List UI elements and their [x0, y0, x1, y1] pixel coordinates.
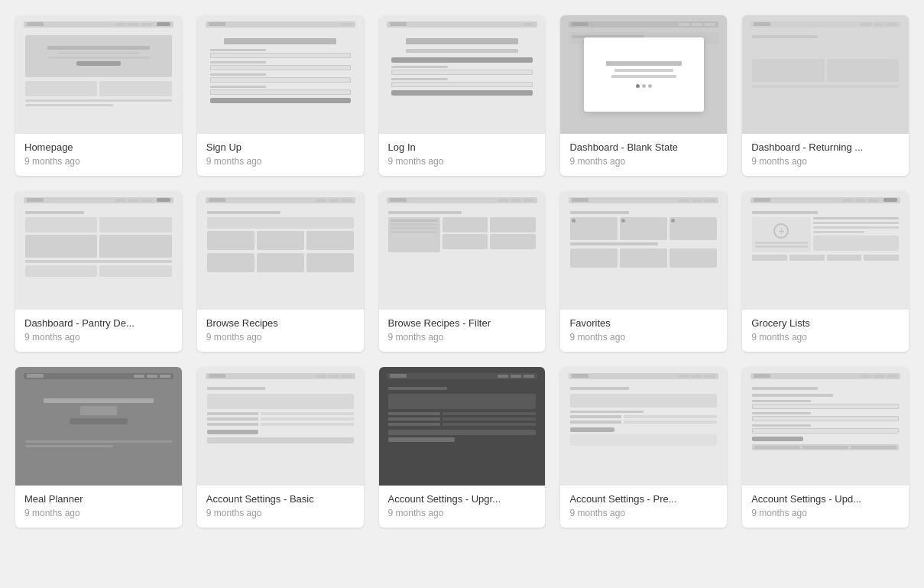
card-info-homepage: Homepage 9 months ago [15, 134, 182, 176]
card-title: Browse Recipes [206, 317, 355, 329]
card-info-favorites: Favorites 9 months ago [560, 310, 727, 352]
card-account-settings-basic[interactable]: Account Settings - Basic 9 months ago [197, 367, 364, 528]
card-title: Dashboard - Returning ... [751, 141, 900, 153]
card-browse-recipes[interactable]: Browse Recipes 9 months ago [197, 191, 364, 352]
card-dashboard-blank[interactable]: Dashboard - Blank State 9 months ago [560, 15, 727, 176]
card-date: 9 months ago [24, 156, 173, 167]
card-browse-recipes-filter[interactable]: Browse Recipes - Filter 9 months ago [379, 191, 546, 352]
card-title: Dashboard - Pantry De... [24, 317, 173, 329]
card-dashboard-returning[interactable]: Dashboard - Returning ... 9 months ago [742, 15, 909, 176]
card-info-login: Log In 9 months ago [379, 134, 546, 176]
card-account-settings-upgr[interactable]: Account Settings - Upgr... 9 months ago [379, 367, 546, 528]
card-title: Browse Recipes - Filter [388, 317, 537, 329]
card-title: Account Settings - Basic [206, 493, 355, 505]
thumbnail-dashboard-returning [742, 15, 909, 134]
thumbnail-dashboard-pantry [15, 191, 182, 310]
card-homepage[interactable]: Homepage 9 months ago [15, 15, 182, 176]
card-date: 9 months ago [24, 508, 173, 518]
thumbnail-login [379, 15, 546, 134]
card-login[interactable]: Log In 9 months ago [379, 15, 546, 176]
card-date: 9 months ago [388, 156, 537, 167]
card-info-grocery-lists: Grocery Lists 9 months ago [742, 310, 909, 352]
card-account-settings-upd[interactable]: Account Settings - Upd... 9 months ago [742, 367, 909, 528]
card-date: 9 months ago [751, 508, 900, 518]
thumbnail-browse-recipes [197, 191, 364, 310]
card-favorites[interactable]: Favorites 9 months ago [560, 191, 727, 352]
cards-grid: Homepage 9 months ago [15, 15, 909, 528]
card-date: 9 months ago [751, 332, 900, 343]
thumbnail-meal-planner [15, 367, 182, 486]
card-info-dashboard-pantry: Dashboard - Pantry De... 9 months ago [15, 310, 182, 352]
card-title: Homepage [24, 141, 173, 153]
thumbnail-favorites [560, 191, 727, 310]
card-date: 9 months ago [206, 156, 355, 167]
card-info-browse-recipes-filter: Browse Recipes - Filter 9 months ago [379, 310, 546, 352]
card-account-settings-pre[interactable]: Account Settings - Pre... 9 months ago [560, 367, 727, 528]
thumbnail-homepage [15, 15, 182, 134]
card-title: Dashboard - Blank State [569, 141, 718, 153]
card-grocery-lists[interactable]: + [742, 191, 909, 352]
thumbnail-signup [197, 15, 364, 134]
card-title: Account Settings - Pre... [569, 493, 718, 505]
thumbnail-dashboard-blank [560, 15, 727, 134]
card-info-account-settings-basic: Account Settings - Basic 9 months ago [197, 486, 364, 528]
card-title: Account Settings - Upgr... [388, 493, 537, 505]
card-date: 9 months ago [569, 508, 718, 518]
card-title: Meal Planner [24, 493, 173, 505]
thumbnail-grocery-lists: + [742, 191, 909, 310]
thumbnail-account-settings-pre [560, 367, 727, 486]
card-info-dashboard-blank: Dashboard - Blank State 9 months ago [560, 134, 727, 176]
thumbnail-account-settings-upd [742, 367, 909, 486]
card-date: 9 months ago [206, 332, 355, 343]
card-info-browse-recipes: Browse Recipes 9 months ago [197, 310, 364, 352]
card-title: Grocery Lists [751, 317, 900, 329]
card-date: 9 months ago [206, 508, 355, 518]
card-title: Account Settings - Upd... [751, 493, 900, 505]
card-meal-planner[interactable]: Meal Planner 9 months ago [15, 367, 182, 528]
card-info-account-settings-upgr: Account Settings - Upgr... 9 months ago [379, 486, 546, 528]
thumbnail-account-settings-upgr [379, 367, 546, 486]
card-info-meal-planner: Meal Planner 9 months ago [15, 486, 182, 528]
card-info-dashboard-returning: Dashboard - Returning ... 9 months ago [742, 134, 909, 176]
card-date: 9 months ago [569, 156, 718, 167]
card-title: Sign Up [206, 141, 355, 153]
card-title: Log In [388, 141, 537, 153]
card-date: 9 months ago [569, 332, 718, 343]
thumbnail-account-settings-basic [197, 367, 364, 486]
card-date: 9 months ago [24, 332, 173, 343]
card-signup[interactable]: Sign Up 9 months ago [197, 15, 364, 176]
card-date: 9 months ago [388, 508, 537, 518]
card-info-account-settings-pre: Account Settings - Pre... 9 months ago [560, 486, 727, 528]
card-info-signup: Sign Up 9 months ago [197, 134, 364, 176]
thumbnail-browse-recipes-filter [379, 191, 546, 310]
card-title: Favorites [569, 317, 718, 329]
card-dashboard-pantry[interactable]: Dashboard - Pantry De... 9 months ago [15, 191, 182, 352]
card-date: 9 months ago [388, 332, 537, 343]
card-info-account-settings-upd: Account Settings - Upd... 9 months ago [742, 486, 909, 528]
card-date: 9 months ago [751, 156, 900, 167]
